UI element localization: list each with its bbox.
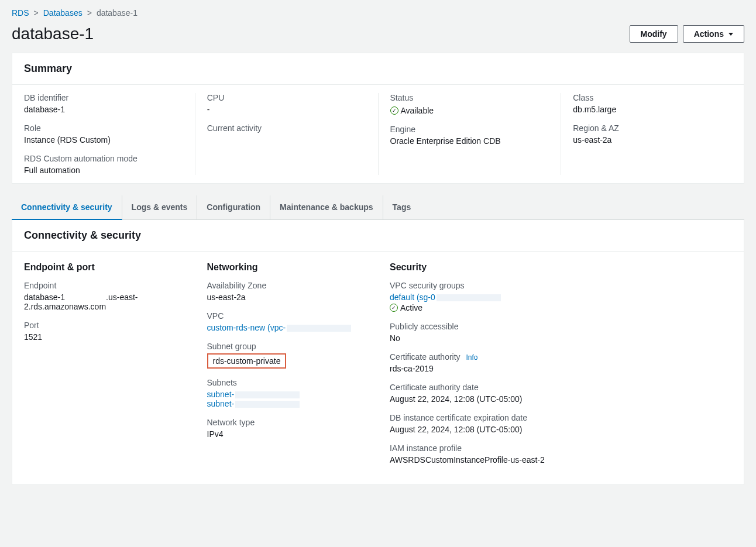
endpoint-value: database-1.us-east-2.rds.amazonaws.com xyxy=(24,293,184,311)
certificate-authority-label: Certificate authority xyxy=(390,352,461,362)
endpoint-label: Endpoint xyxy=(24,281,184,290)
subnets-label: Subnets xyxy=(207,378,367,387)
certificate-authority-value: rds-ca-2019 xyxy=(390,364,732,373)
region-az-value: us-east-2a xyxy=(573,135,732,145)
status-value: Available xyxy=(401,106,434,115)
redacted-icon xyxy=(287,325,351,332)
vpc-label: VPC xyxy=(207,311,367,321)
automation-mode-value: Full automation xyxy=(24,166,183,175)
role-value: Instance (RDS Custom) xyxy=(24,135,183,145)
db-identifier-value: database-1 xyxy=(24,105,183,114)
chevron-down-icon xyxy=(728,33,733,36)
network-type-label: Network type xyxy=(207,418,367,427)
status-label: Status xyxy=(390,93,549,102)
ca-date-label: Certificate authority date xyxy=(390,383,732,392)
az-label: Availability Zone xyxy=(207,281,367,290)
actions-button[interactable]: Actions xyxy=(683,25,744,43)
vpc-value[interactable]: custom-rds-new (vpc- xyxy=(207,323,367,332)
tab-maintenance-backups[interactable]: Maintenance & backups xyxy=(270,195,383,219)
actions-label: Actions xyxy=(694,29,724,39)
port-label: Port xyxy=(24,321,184,330)
iam-profile-label: IAM instance profile xyxy=(390,443,732,453)
tab-tags[interactable]: Tags xyxy=(383,195,421,219)
networking-heading: Networking xyxy=(207,262,367,273)
tab-connectivity-security[interactable]: Connectivity & security xyxy=(12,195,122,220)
current-activity-label: Current activity xyxy=(207,123,366,133)
engine-value: Oracle Enterprise Edition CDB xyxy=(390,136,549,146)
cpu-label: CPU xyxy=(207,93,366,102)
db-identifier-label: DB identifier xyxy=(24,93,183,102)
redacted-icon xyxy=(235,391,300,398)
engine-label: Engine xyxy=(390,125,549,134)
publicly-accessible-label: Publicly accessible xyxy=(390,322,732,331)
tab-configuration[interactable]: Configuration xyxy=(197,195,270,219)
connectivity-panel: Connectivity & security Endpoint & port … xyxy=(12,220,744,485)
security-group-link[interactable]: default (sg-0 xyxy=(390,293,435,302)
cert-expiration-value: August 22, 2024, 12:08 (UTC-05:00) xyxy=(390,425,732,434)
endpoint-port-heading: Endpoint & port xyxy=(24,262,184,273)
ca-date-value: August 22, 2024, 12:08 (UTC-05:00) xyxy=(390,394,732,404)
summary-panel: Summary DB identifier database-1 Role In… xyxy=(12,53,744,184)
class-value: db.m5.large xyxy=(573,105,732,114)
iam-profile-value: AWSRDSCustomInstanceProfile-us-east-2 xyxy=(390,455,732,465)
redacted-icon xyxy=(235,401,300,408)
security-heading: Security xyxy=(390,262,732,273)
subnet-link-1[interactable]: subnet- xyxy=(207,390,235,399)
check-circle-icon: ✓ xyxy=(390,304,398,312)
breadcrumb: RDS > Databases > database-1 xyxy=(12,6,744,22)
network-type-value: IPv4 xyxy=(207,429,367,439)
subnet-group-label: Subnet group xyxy=(207,342,367,351)
class-label: Class xyxy=(573,93,732,102)
cert-expiration-label: DB instance certificate expiration date xyxy=(390,413,732,422)
tab-logs-events[interactable]: Logs & events xyxy=(122,195,198,219)
connectivity-heading: Connectivity & security xyxy=(12,220,744,252)
tabs: Connectivity & security Logs & events Co… xyxy=(12,195,744,220)
automation-mode-label: RDS Custom automation mode xyxy=(24,154,183,163)
role-label: Role xyxy=(24,123,183,133)
breadcrumb-rds[interactable]: RDS xyxy=(12,8,29,18)
redacted-icon xyxy=(437,294,501,301)
vpc-link[interactable]: custom-rds-new (vpc- xyxy=(207,323,286,332)
subnet-group-value: rds-custom-private xyxy=(207,353,287,369)
port-value: 1521 xyxy=(24,332,184,342)
summary-heading: Summary xyxy=(12,53,744,85)
breadcrumb-sep-icon: > xyxy=(87,8,92,18)
security-group-status: Active xyxy=(400,303,422,312)
check-circle-icon: ✓ xyxy=(390,106,398,115)
publicly-accessible-value: No xyxy=(390,333,732,343)
modify-button[interactable]: Modify xyxy=(630,25,678,43)
az-value: us-east-2a xyxy=(207,293,367,302)
info-link[interactable]: Info xyxy=(466,353,478,362)
region-az-label: Region & AZ xyxy=(573,123,732,133)
page-title: database-1 xyxy=(12,25,625,43)
breadcrumb-sep-icon: > xyxy=(34,8,39,18)
subnet-link-2[interactable]: subnet- xyxy=(207,399,235,408)
security-groups-label: VPC security groups xyxy=(390,281,732,290)
breadcrumb-current: database-1 xyxy=(97,8,138,18)
breadcrumb-databases[interactable]: Databases xyxy=(43,8,83,18)
cpu-value: - xyxy=(207,105,366,114)
